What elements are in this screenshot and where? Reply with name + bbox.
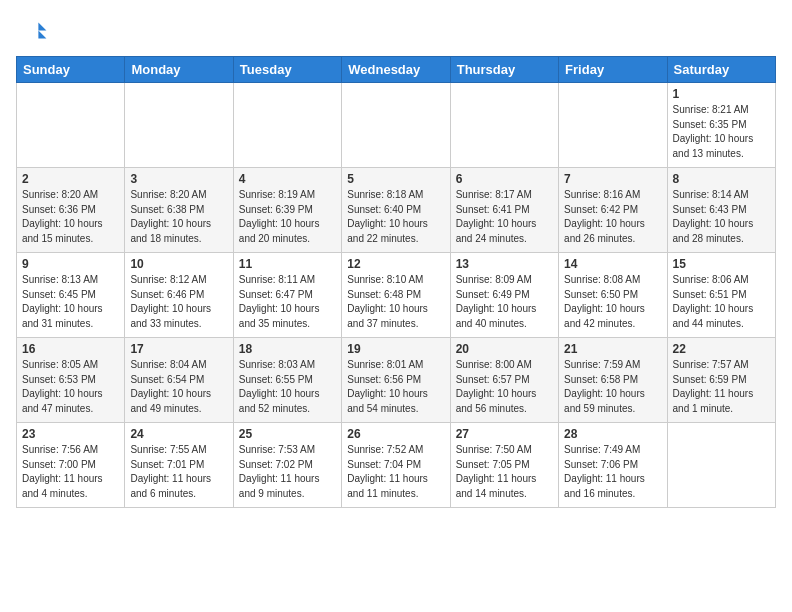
calendar-table: SundayMondayTuesdayWednesdayThursdayFrid… <box>16 56 776 508</box>
day-cell: 19Sunrise: 8:01 AM Sunset: 6:56 PM Dayli… <box>342 338 450 423</box>
day-cell <box>17 83 125 168</box>
day-number: 2 <box>22 172 119 186</box>
day-cell: 13Sunrise: 8:09 AM Sunset: 6:49 PM Dayli… <box>450 253 558 338</box>
week-row-3: 16Sunrise: 8:05 AM Sunset: 6:53 PM Dayli… <box>17 338 776 423</box>
week-row-2: 9Sunrise: 8:13 AM Sunset: 6:45 PM Daylig… <box>17 253 776 338</box>
day-header-saturday: Saturday <box>667 57 775 83</box>
day-info: Sunrise: 8:04 AM Sunset: 6:54 PM Dayligh… <box>130 358 227 416</box>
day-number: 6 <box>456 172 553 186</box>
day-info: Sunrise: 8:19 AM Sunset: 6:39 PM Dayligh… <box>239 188 336 246</box>
day-info: Sunrise: 8:05 AM Sunset: 6:53 PM Dayligh… <box>22 358 119 416</box>
day-info: Sunrise: 8:08 AM Sunset: 6:50 PM Dayligh… <box>564 273 661 331</box>
day-cell: 17Sunrise: 8:04 AM Sunset: 6:54 PM Dayli… <box>125 338 233 423</box>
day-header-wednesday: Wednesday <box>342 57 450 83</box>
svg-marker-0 <box>38 22 46 30</box>
day-number: 22 <box>673 342 770 356</box>
day-cell: 4Sunrise: 8:19 AM Sunset: 6:39 PM Daylig… <box>233 168 341 253</box>
day-cell: 16Sunrise: 8:05 AM Sunset: 6:53 PM Dayli… <box>17 338 125 423</box>
week-row-1: 2Sunrise: 8:20 AM Sunset: 6:36 PM Daylig… <box>17 168 776 253</box>
logo-icon <box>16 16 48 48</box>
day-cell <box>450 83 558 168</box>
day-info: Sunrise: 8:10 AM Sunset: 6:48 PM Dayligh… <box>347 273 444 331</box>
day-cell: 15Sunrise: 8:06 AM Sunset: 6:51 PM Dayli… <box>667 253 775 338</box>
day-info: Sunrise: 8:09 AM Sunset: 6:49 PM Dayligh… <box>456 273 553 331</box>
day-cell: 28Sunrise: 7:49 AM Sunset: 7:06 PM Dayli… <box>559 423 667 508</box>
calendar-header-row: SundayMondayTuesdayWednesdayThursdayFrid… <box>17 57 776 83</box>
day-header-tuesday: Tuesday <box>233 57 341 83</box>
day-cell: 25Sunrise: 7:53 AM Sunset: 7:02 PM Dayli… <box>233 423 341 508</box>
day-info: Sunrise: 7:56 AM Sunset: 7:00 PM Dayligh… <box>22 443 119 501</box>
day-number: 10 <box>130 257 227 271</box>
day-cell: 14Sunrise: 8:08 AM Sunset: 6:50 PM Dayli… <box>559 253 667 338</box>
day-info: Sunrise: 8:16 AM Sunset: 6:42 PM Dayligh… <box>564 188 661 246</box>
day-cell: 11Sunrise: 8:11 AM Sunset: 6:47 PM Dayli… <box>233 253 341 338</box>
day-number: 21 <box>564 342 661 356</box>
day-number: 7 <box>564 172 661 186</box>
day-number: 23 <box>22 427 119 441</box>
day-info: Sunrise: 7:59 AM Sunset: 6:58 PM Dayligh… <box>564 358 661 416</box>
day-number: 28 <box>564 427 661 441</box>
day-info: Sunrise: 8:01 AM Sunset: 6:56 PM Dayligh… <box>347 358 444 416</box>
day-number: 4 <box>239 172 336 186</box>
day-number: 8 <box>673 172 770 186</box>
day-info: Sunrise: 8:13 AM Sunset: 6:45 PM Dayligh… <box>22 273 119 331</box>
day-info: Sunrise: 8:21 AM Sunset: 6:35 PM Dayligh… <box>673 103 770 161</box>
day-info: Sunrise: 7:50 AM Sunset: 7:05 PM Dayligh… <box>456 443 553 501</box>
day-number: 25 <box>239 427 336 441</box>
day-cell: 3Sunrise: 8:20 AM Sunset: 6:38 PM Daylig… <box>125 168 233 253</box>
day-number: 24 <box>130 427 227 441</box>
day-number: 9 <box>22 257 119 271</box>
day-cell: 21Sunrise: 7:59 AM Sunset: 6:58 PM Dayli… <box>559 338 667 423</box>
day-info: Sunrise: 8:18 AM Sunset: 6:40 PM Dayligh… <box>347 188 444 246</box>
day-cell: 7Sunrise: 8:16 AM Sunset: 6:42 PM Daylig… <box>559 168 667 253</box>
day-info: Sunrise: 8:14 AM Sunset: 6:43 PM Dayligh… <box>673 188 770 246</box>
day-number: 18 <box>239 342 336 356</box>
day-cell: 27Sunrise: 7:50 AM Sunset: 7:05 PM Dayli… <box>450 423 558 508</box>
day-cell: 23Sunrise: 7:56 AM Sunset: 7:00 PM Dayli… <box>17 423 125 508</box>
day-info: Sunrise: 7:55 AM Sunset: 7:01 PM Dayligh… <box>130 443 227 501</box>
day-number: 11 <box>239 257 336 271</box>
day-cell: 6Sunrise: 8:17 AM Sunset: 6:41 PM Daylig… <box>450 168 558 253</box>
week-row-0: 1Sunrise: 8:21 AM Sunset: 6:35 PM Daylig… <box>17 83 776 168</box>
day-number: 16 <box>22 342 119 356</box>
day-cell <box>667 423 775 508</box>
day-info: Sunrise: 8:12 AM Sunset: 6:46 PM Dayligh… <box>130 273 227 331</box>
day-number: 3 <box>130 172 227 186</box>
svg-marker-1 <box>38 30 46 38</box>
day-cell: 9Sunrise: 8:13 AM Sunset: 6:45 PM Daylig… <box>17 253 125 338</box>
day-cell: 2Sunrise: 8:20 AM Sunset: 6:36 PM Daylig… <box>17 168 125 253</box>
logo <box>16 16 52 48</box>
day-header-friday: Friday <box>559 57 667 83</box>
day-info: Sunrise: 7:52 AM Sunset: 7:04 PM Dayligh… <box>347 443 444 501</box>
day-cell: 5Sunrise: 8:18 AM Sunset: 6:40 PM Daylig… <box>342 168 450 253</box>
day-header-monday: Monday <box>125 57 233 83</box>
day-info: Sunrise: 8:11 AM Sunset: 6:47 PM Dayligh… <box>239 273 336 331</box>
day-number: 27 <box>456 427 553 441</box>
day-cell <box>559 83 667 168</box>
week-row-4: 23Sunrise: 7:56 AM Sunset: 7:00 PM Dayli… <box>17 423 776 508</box>
day-header-sunday: Sunday <box>17 57 125 83</box>
day-info: Sunrise: 7:53 AM Sunset: 7:02 PM Dayligh… <box>239 443 336 501</box>
day-info: Sunrise: 7:49 AM Sunset: 7:06 PM Dayligh… <box>564 443 661 501</box>
day-info: Sunrise: 7:57 AM Sunset: 6:59 PM Dayligh… <box>673 358 770 416</box>
page-header <box>16 16 776 48</box>
day-cell: 8Sunrise: 8:14 AM Sunset: 6:43 PM Daylig… <box>667 168 775 253</box>
day-info: Sunrise: 8:06 AM Sunset: 6:51 PM Dayligh… <box>673 273 770 331</box>
day-cell: 10Sunrise: 8:12 AM Sunset: 6:46 PM Dayli… <box>125 253 233 338</box>
day-cell <box>125 83 233 168</box>
day-number: 14 <box>564 257 661 271</box>
day-number: 15 <box>673 257 770 271</box>
day-info: Sunrise: 8:20 AM Sunset: 6:38 PM Dayligh… <box>130 188 227 246</box>
day-number: 26 <box>347 427 444 441</box>
day-number: 1 <box>673 87 770 101</box>
day-cell: 18Sunrise: 8:03 AM Sunset: 6:55 PM Dayli… <box>233 338 341 423</box>
day-number: 19 <box>347 342 444 356</box>
day-info: Sunrise: 8:17 AM Sunset: 6:41 PM Dayligh… <box>456 188 553 246</box>
day-header-thursday: Thursday <box>450 57 558 83</box>
day-info: Sunrise: 8:20 AM Sunset: 6:36 PM Dayligh… <box>22 188 119 246</box>
day-cell: 22Sunrise: 7:57 AM Sunset: 6:59 PM Dayli… <box>667 338 775 423</box>
day-cell <box>233 83 341 168</box>
day-number: 17 <box>130 342 227 356</box>
day-cell: 24Sunrise: 7:55 AM Sunset: 7:01 PM Dayli… <box>125 423 233 508</box>
day-cell: 1Sunrise: 8:21 AM Sunset: 6:35 PM Daylig… <box>667 83 775 168</box>
